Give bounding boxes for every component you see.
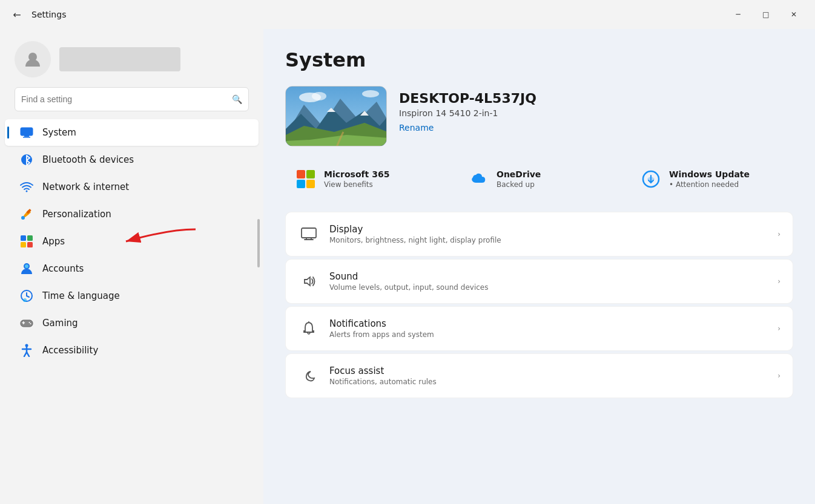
svg-line-28 <box>27 352 29 356</box>
svg-rect-9 <box>27 235 33 241</box>
svg-rect-8 <box>21 235 26 241</box>
windows-update-subtitle: • Attention needed <box>669 180 750 189</box>
sidebar: 🔍 System <box>0 29 263 504</box>
sidebar-item-apps[interactable]: Apps <box>5 228 259 255</box>
apps-icon <box>19 234 34 249</box>
focus-assist-title: Focus assist <box>329 365 777 376</box>
search-icon: 🔍 <box>232 94 242 104</box>
svg-line-17 <box>27 296 29 297</box>
search-box[interactable]: 🔍 <box>15 87 249 111</box>
sidebar-item-system[interactable]: System <box>5 119 259 146</box>
sound-title: Sound <box>329 271 777 282</box>
content-area: System <box>263 29 815 504</box>
onedrive-icon <box>467 168 489 190</box>
svg-point-6 <box>21 216 25 220</box>
bell-icon <box>298 318 320 339</box>
search-input[interactable] <box>21 94 227 104</box>
windows-update-title: Windows Update <box>669 169 750 179</box>
display-title: Display <box>329 224 777 235</box>
sidebar-item-apps-label: Apps <box>42 236 65 247</box>
settings-item-focus-assist[interactable]: Focus assist Notifications, automatic ru… <box>285 353 793 398</box>
gaming-icon <box>19 316 34 330</box>
network-icon <box>19 180 34 194</box>
svg-rect-40 <box>302 228 316 238</box>
titlebar-title: Settings <box>31 10 66 19</box>
svg-rect-1 <box>21 128 33 136</box>
ms365-subtitle: View benefits <box>324 180 389 189</box>
sidebar-item-accounts-label: Accounts <box>42 263 84 274</box>
sidebar-item-system-label: System <box>42 127 76 138</box>
sidebar-item-gaming[interactable]: Gaming <box>5 310 259 336</box>
sidebar-item-bluetooth[interactable]: Bluetooth & devices <box>5 146 259 173</box>
windows-update-link[interactable]: Windows Update • Attention needed <box>630 161 793 197</box>
device-thumbnail <box>285 86 387 146</box>
close-button[interactable]: ✕ <box>780 5 808 24</box>
avatar <box>15 41 51 77</box>
display-icon <box>298 223 320 245</box>
sidebar-item-network[interactable]: Network & internet <box>5 174 259 200</box>
sound-arrow: › <box>777 277 780 286</box>
sidebar-nav: System Bluetooth & devices <box>0 116 263 504</box>
svg-rect-21 <box>22 322 25 324</box>
arrow-annotation <box>78 223 199 260</box>
settings-item-display[interactable]: Display Monitors, brightness, night ligh… <box>285 212 793 257</box>
sidebar-item-personalization-label: Personalization <box>42 209 111 220</box>
svg-point-14 <box>25 264 28 268</box>
main-layout: 🔍 System <box>0 29 815 504</box>
minimize-button[interactable]: ─ <box>724 5 752 24</box>
device-card: DESKTOP-4L537JQ Inspiron 14 5410 2-in-1 … <box>285 86 793 146</box>
device-model: Inspiron 14 5410 2-in-1 <box>399 108 536 118</box>
device-info: DESKTOP-4L537JQ Inspiron 14 5410 2-in-1 … <box>399 86 536 133</box>
focus-assist-subtitle: Notifications, automatic rules <box>329 378 777 386</box>
ms365-icon <box>295 168 317 190</box>
notifications-subtitle: Alerts from apps and system <box>329 330 777 339</box>
sidebar-item-accounts[interactable]: Accounts <box>5 255 259 282</box>
svg-point-5 <box>26 191 28 192</box>
sidebar-item-network-label: Network & internet <box>42 182 129 192</box>
bluetooth-icon <box>19 152 34 167</box>
sidebar-item-personalization[interactable]: Personalization <box>5 201 259 227</box>
user-name-redacted <box>59 47 180 71</box>
user-profile <box>0 29 263 87</box>
focus-assist-arrow: › <box>777 371 780 380</box>
sidebar-item-gaming-label: Gaming <box>42 318 78 329</box>
svg-point-23 <box>30 323 31 324</box>
onedrive-subtitle: Backed up <box>497 180 541 189</box>
sidebar-item-accessibility-label: Accessibility <box>42 345 98 356</box>
svg-rect-2 <box>24 136 29 137</box>
notifications-title: Notifications <box>329 318 777 329</box>
monitor-icon <box>19 125 34 140</box>
ms365-link[interactable]: Microsoft 365 View benefits <box>285 161 448 197</box>
ms365-title: Microsoft 365 <box>324 169 389 179</box>
settings-item-notifications[interactable]: Notifications Alerts from apps and syste… <box>285 306 793 351</box>
svg-point-22 <box>29 322 30 323</box>
settings-item-sound[interactable]: Sound Volume levels, output, input, soun… <box>285 259 793 304</box>
sound-subtitle: Volume levels, output, input, sound devi… <box>329 283 777 292</box>
accessibility-icon <box>19 343 34 358</box>
svg-point-38 <box>362 90 379 97</box>
accounts-icon <box>19 261 34 276</box>
moon-icon <box>298 365 320 387</box>
sidebar-item-time[interactable]: 🌐 Time & language <box>5 283 259 309</box>
sound-icon <box>298 270 320 292</box>
onedrive-link[interactable]: OneDrive Backed up <box>458 161 621 197</box>
maximize-button[interactable]: □ <box>752 5 780 24</box>
titlebar: ← Settings ─ □ ✕ <box>0 0 815 29</box>
page-title: System <box>285 48 793 71</box>
quick-links: Microsoft 365 View benefits OneDrive Bac… <box>285 161 793 197</box>
clock-icon: 🌐 <box>19 289 34 303</box>
sidebar-item-accessibility[interactable]: Accessibility <box>5 337 259 364</box>
notifications-arrow: › <box>777 324 780 333</box>
device-name: DESKTOP-4L537JQ <box>399 91 536 106</box>
display-subtitle: Monitors, brightness, night light, displ… <box>329 236 777 244</box>
back-button[interactable]: ← <box>7 5 27 24</box>
onedrive-title: OneDrive <box>497 169 541 179</box>
brush-icon <box>19 207 34 221</box>
svg-text:🌐: 🌐 <box>23 298 27 303</box>
windows-update-icon <box>640 168 662 190</box>
svg-rect-10 <box>21 242 26 247</box>
window-controls: ─ □ ✕ <box>724 5 808 24</box>
sidebar-item-time-label: Time & language <box>42 290 120 301</box>
svg-rect-11 <box>27 242 33 247</box>
rename-link[interactable]: Rename <box>399 123 536 133</box>
